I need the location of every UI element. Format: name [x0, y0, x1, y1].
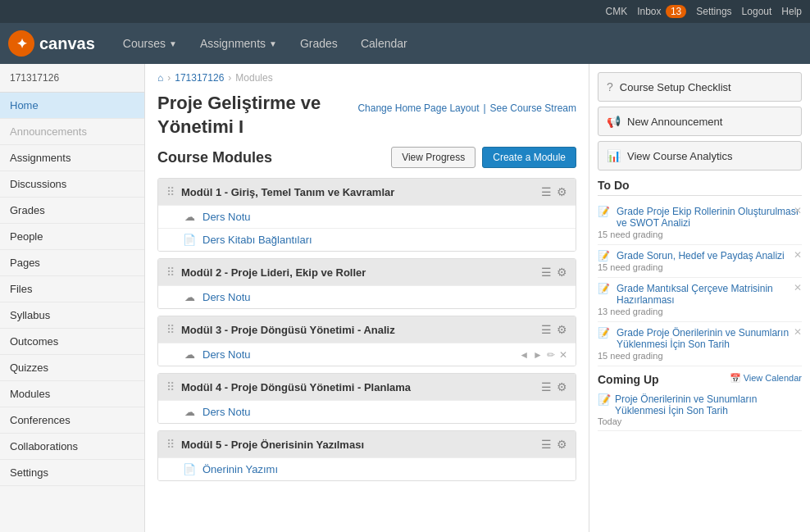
modules-title: Course Modules — [157, 149, 272, 166]
create-module-button[interactable]: Create a Module — [482, 147, 576, 168]
module-name-2: Modül 2 - Proje Lideri, Ekip ve Roller — [181, 266, 366, 279]
main-content: ⌂ › 171317126 › Modules Proje Geliştirme… — [145, 64, 589, 532]
todo-close-3[interactable]: ✕ — [794, 282, 802, 293]
calendar-icon: 📅 — [730, 373, 741, 383]
logout-link[interactable]: Logout — [742, 6, 772, 17]
sidebar-item-pages[interactable]: Pages — [0, 250, 144, 276]
help-link[interactable]: Help — [781, 6, 802, 17]
coming-item-sub-1: Today — [598, 416, 802, 426]
todo-link-2[interactable]: Grade Sorun, Hedef ve Paydaş Analizi — [617, 250, 785, 261]
module-menu-icon-3[interactable]: ☰ — [541, 323, 552, 336]
sidebar-item-grades[interactable]: Grades — [0, 198, 144, 224]
coming-item-icon: 📝 — [598, 393, 611, 406]
todo-link-3[interactable]: Grade Mantıksal Çerçeve Matrisinin Hazır… — [617, 283, 802, 306]
drag-handle-icon[interactable]: ⠿ — [166, 380, 175, 393]
nav-assignments[interactable]: Assignments ▼ — [189, 23, 289, 64]
module-gear-icon-1[interactable]: ⚙ — [557, 185, 567, 198]
cloud-icon: ☁ — [183, 406, 196, 418]
sidebar-item-people[interactable]: People — [0, 224, 144, 250]
coming-item-1: 📝 Proje Önerilerinin ve Sunumların Yükle… — [598, 389, 802, 431]
module-item-link[interactable]: Ders Kitabı Bağlantıları — [202, 234, 312, 246]
change-layout-link[interactable]: Change Home Page Layout — [357, 102, 479, 114]
module-item-link[interactable]: Ders Notu — [202, 406, 251, 418]
view-progress-button[interactable]: View Progress — [391, 147, 476, 168]
module-gear-icon-2[interactable]: ⚙ — [557, 266, 567, 279]
nav-courses[interactable]: Courses ▼ — [111, 23, 189, 64]
user-label: CMK — [606, 6, 628, 17]
sidebar-item-quizzes[interactable]: Quizzes — [0, 355, 144, 381]
todo-sub-2: 15 need grading — [598, 262, 802, 272]
module-gear-icon-5[interactable]: ⚙ — [557, 438, 567, 451]
announcement-button[interactable]: 📢 New Announcement — [598, 107, 802, 136]
inbox-count: 13 — [666, 5, 686, 18]
breadcrumb-current: Modules — [235, 72, 272, 84]
module-header-4: ⠿ Modül 4 - Proje Döngüsü Yönetimi - Pla… — [158, 374, 576, 400]
module-block-3: ⠿ Modül 3 - Proje Döngüsü Yönetimi - Ana… — [157, 316, 576, 366]
nav-bar: ✦ canvas Courses ▼ Assignments ▼ Grades … — [0, 23, 810, 64]
module-name-3: Modül 3 - Proje Döngüsü Yönetimi - Anali… — [181, 324, 395, 336]
drag-handle-icon[interactable]: ⠿ — [166, 266, 175, 279]
todo-section-title: To Do — [598, 179, 802, 196]
delete-icon[interactable]: ✕ — [559, 349, 567, 361]
settings-link[interactable]: Settings — [696, 6, 731, 17]
todo-sub-4: 15 need grading — [598, 351, 802, 361]
todo-close-2[interactable]: ✕ — [794, 249, 802, 261]
drag-handle-icon[interactable]: ⠿ — [166, 323, 175, 336]
megaphone-icon: 📢 — [607, 115, 621, 128]
sidebar-item-collaborations[interactable]: Collaborations — [0, 434, 144, 460]
drag-handle-icon[interactable]: ⠿ — [166, 185, 175, 198]
module-item-link[interactable]: Ders Notu — [202, 291, 251, 303]
checklist-button[interactable]: ? Course Setup Checklist — [598, 72, 802, 102]
logo-icon: ✦ — [8, 30, 34, 57]
logo: ✦ canvas — [8, 30, 95, 57]
sidebar-item-settings[interactable]: Settings — [0, 460, 144, 486]
module-menu-icon-5[interactable]: ☰ — [541, 438, 552, 451]
module-menu-icon-1[interactable]: ☰ — [541, 185, 552, 198]
sidebar-item-home[interactable]: Home — [0, 93, 144, 119]
module-gear-icon-4[interactable]: ⚙ — [557, 380, 567, 393]
todo-close-4[interactable]: ✕ — [794, 326, 802, 338]
analytics-button[interactable]: 📊 View Course Analytics — [598, 141, 802, 171]
module-item-link[interactable]: Önerinin Yazımı — [202, 463, 278, 475]
module-menu-icon-4[interactable]: ☰ — [541, 380, 552, 393]
sidebar-item-assignments[interactable]: Assignments — [0, 145, 144, 171]
module-item-link[interactable]: Ders Notu — [202, 211, 251, 223]
view-calendar-link[interactable]: 📅 View Calendar — [730, 373, 802, 384]
drag-handle-icon[interactable]: ⠿ — [166, 438, 175, 451]
breadcrumb-course-link[interactable]: 171317126 — [175, 72, 224, 84]
todo-link-1[interactable]: Grade Proje Ekip Rollerinin Oluşturulmas… — [617, 206, 802, 229]
sidebar-item-outcomes[interactable]: Outcomes — [0, 329, 144, 355]
page-header: Proje Geliştirme ve Yönetimi I Change Ho… — [157, 92, 576, 139]
sidebar: 171317126 Home Announcements Assignments… — [0, 64, 145, 532]
grading-icon-1: 📝 — [598, 206, 610, 217]
breadcrumb-home-link[interactable]: ⌂ — [157, 72, 163, 84]
module-item: ☁ Ders Notu ◄ ► ✏ ✕ — [158, 343, 576, 366]
top-bar: CMK Inbox 13 Settings Logout Help — [0, 0, 810, 23]
logo-text: canvas — [39, 34, 95, 53]
nav-calendar[interactable]: Calendar — [349, 23, 419, 64]
module-block-1: ⠿ Modül 1 - Giriş, Temel Tanım ve Kavram… — [157, 178, 576, 252]
grading-icon-2: 📝 — [598, 250, 610, 261]
module-item: ☁ Ders Notu — [158, 285, 576, 308]
cloud-icon: ☁ — [183, 291, 196, 303]
edit-icon[interactable]: ✏ — [547, 349, 555, 361]
course-stream-link[interactable]: See Course Stream — [490, 102, 576, 114]
arrow-left-icon[interactable]: ◄ — [519, 349, 529, 361]
inbox-link[interactable]: Inbox 13 — [637, 6, 686, 17]
sidebar-item-modules[interactable]: Modules — [0, 381, 144, 407]
sidebar-item-files[interactable]: Files — [0, 276, 144, 302]
nav-grades[interactable]: Grades — [289, 23, 349, 64]
module-menu-icon-2[interactable]: ☰ — [541, 266, 552, 279]
module-gear-icon-3[interactable]: ⚙ — [557, 323, 567, 336]
todo-link-4[interactable]: Grade Proje Önerilerinin ve Sunumların Y… — [617, 327, 802, 350]
coming-item-link-1[interactable]: Proje Önerilerinin ve Sunumların Yüklenm… — [615, 393, 802, 416]
cloud-icon: ☁ — [183, 348, 196, 361]
todo-item-1: 📝 Grade Proje Ekip Rollerinin Oluşturulm… — [598, 201, 802, 245]
module-item-link[interactable]: Ders Notu — [202, 348, 251, 361]
todo-close-1[interactable]: ✕ — [794, 205, 802, 216]
sidebar-item-syllabus[interactable]: Syllabus — [0, 302, 144, 329]
arrow-right-icon[interactable]: ► — [533, 349, 543, 361]
sidebar-item-conferences[interactable]: Conferences — [0, 407, 144, 434]
sidebar-item-discussions[interactable]: Discussions — [0, 171, 144, 198]
chart-icon: 📊 — [607, 149, 621, 162]
